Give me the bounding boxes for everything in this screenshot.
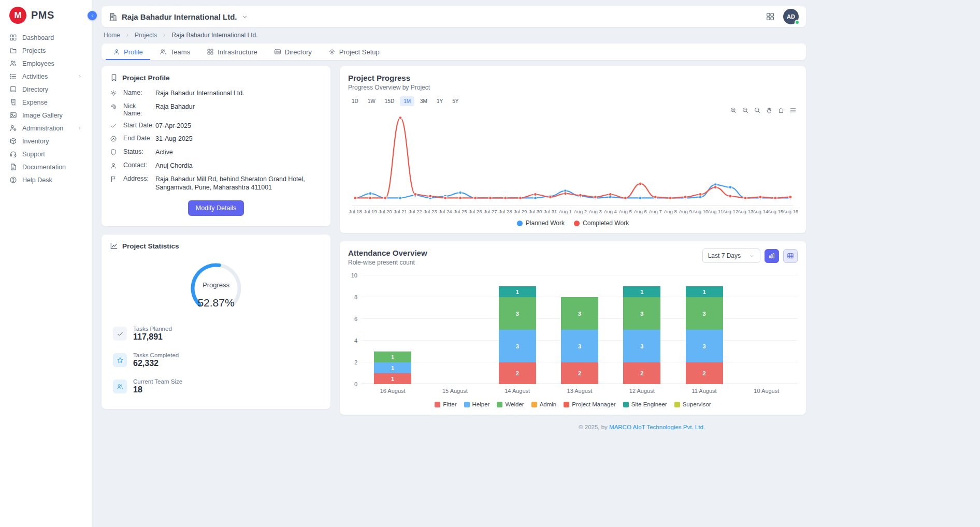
check-icon [117, 330, 124, 338]
field-value: 31-Aug-2025 [155, 135, 322, 143]
progress-line-chart: Jul 18Jul 19Jul 20Jul 21Jul 22Jul 23Jul … [348, 108, 798, 219]
svg-text:Aug 11: Aug 11 [708, 209, 723, 214]
tab-infrastructure[interactable]: Infrastructure [199, 43, 265, 60]
tab-label: Profile [124, 48, 143, 56]
legend-label: Fitter [443, 401, 456, 407]
range-button-1m[interactable]: 1M [400, 96, 414, 106]
modify-details-button[interactable]: Modify Details [188, 200, 244, 216]
field-label: Start Date: [123, 122, 155, 129]
bar-column-11-august: 2331 [673, 275, 735, 384]
field-label: Nick Name: [123, 103, 155, 117]
legend-item-site-engineer[interactable]: Site Engineer [623, 401, 667, 407]
sidebar-item-directory[interactable]: Directory [0, 83, 92, 96]
user-avatar[interactable]: AD [783, 9, 799, 24]
y-axis-label: 6 [354, 316, 357, 322]
users-icon-box [113, 379, 127, 393]
sidebar-item-inventory[interactable]: Inventory [0, 135, 92, 148]
field-label: Status: [123, 148, 155, 155]
legend-item-helper[interactable]: Helper [464, 401, 490, 407]
bar-segment-helper: 3 [561, 330, 598, 362]
statistics-rows: Tasks Planned117,891Tasks Completed62,33… [110, 320, 322, 400]
sidebar-item-administration[interactable]: Administration [0, 122, 92, 135]
range-button-5y[interactable]: 5Y [449, 96, 462, 106]
range-button-3m[interactable]: 3M [416, 96, 431, 106]
svg-text:Jul 30: Jul 30 [529, 209, 542, 214]
sidebar-item-activities[interactable]: Activities [0, 70, 92, 83]
footer-company-link[interactable]: MARCO AIoT Technologies Pvt. Ltd. [609, 424, 705, 430]
sidebar-item-image-gallery[interactable]: Image Gallery [0, 109, 92, 122]
attendance-header: Attendance Overview Role-wise present co… [348, 248, 798, 266]
menu-icon[interactable] [789, 107, 797, 114]
legend-item-project-manager[interactable]: Project Manager [564, 401, 615, 407]
y-axis-label: 4 [354, 338, 357, 344]
pan-icon[interactable] [766, 107, 773, 114]
card-title-row: Project Statistics [110, 242, 322, 250]
flag-icon [110, 175, 117, 183]
chart-view-toggle[interactable] [765, 249, 779, 263]
x-axis-label: 15 August [424, 388, 486, 394]
svg-text:Aug 5: Aug 5 [619, 209, 632, 214]
brand[interactable]: M PMS [0, 0, 92, 31]
range-button-15d[interactable]: 15D [381, 96, 398, 106]
legend-marker [574, 221, 580, 226]
project-statistics-card: Project Statistics Progress 52.87% Tasks… [102, 235, 330, 409]
legend-item-welder[interactable]: Welder [497, 401, 524, 407]
tab-directory[interactable]: Directory [267, 43, 319, 60]
brand-logo: M [9, 7, 26, 24]
folder-icon [9, 47, 17, 54]
svg-text:Jul 26: Jul 26 [469, 209, 482, 214]
apps-grid-icon[interactable] [766, 12, 775, 21]
range-selector: 1D1W15D1M3M1Y5Y [348, 96, 798, 106]
tab-label: Teams [170, 48, 190, 56]
date-range-value: Last 7 Days [708, 252, 741, 259]
help-icon [9, 176, 17, 184]
home-icon[interactable] [777, 107, 785, 114]
image-icon [9, 111, 17, 119]
project-profile-card: Project Profile Name:Raja Bahadur Intern… [102, 66, 330, 226]
sidebar-collapse-button[interactable] [88, 11, 97, 20]
doc-icon [9, 163, 17, 171]
range-button-1d[interactable]: 1D [348, 96, 362, 106]
table-view-toggle[interactable] [783, 249, 798, 263]
sidebar-item-label: Image Gallery [22, 112, 63, 119]
bar-plot-area: 111233123323312331 [362, 275, 798, 384]
sidebar-item-label: Projects [22, 47, 46, 54]
breadcrumb-item-projects[interactable]: Projects [135, 32, 157, 39]
check-icon [110, 122, 117, 129]
sidebar-item-documentation[interactable]: Documentation [0, 160, 92, 173]
x-axis-label: 10 August [736, 388, 798, 394]
sidebar-item-support[interactable]: Support [0, 148, 92, 160]
bar-segment-value: 2 [516, 370, 519, 376]
tab-profile[interactable]: Profile [106, 43, 150, 60]
legend-item-fitter[interactable]: Fitter [435, 401, 456, 407]
card-title: Project Statistics [122, 242, 179, 250]
legend-item-supervisor[interactable]: Supervisor [674, 401, 711, 407]
range-button-1y[interactable]: 1Y [433, 96, 446, 106]
breadcrumb-item-home[interactable]: Home [104, 32, 120, 39]
selection-zoom-icon[interactable] [754, 107, 761, 114]
tab-project-setup[interactable]: Project Setup [321, 43, 387, 60]
company-selector[interactable]: Raja Bahadur International Ltd. [109, 12, 248, 21]
sidebar-item-expense[interactable]: Expense [0, 96, 92, 109]
date-range-select[interactable]: Last 7 Days [702, 248, 760, 263]
bar-segment-site-engineer: 1 [686, 286, 723, 297]
bar-stack: 2331 [499, 286, 536, 384]
zoom-out-icon[interactable] [742, 107, 749, 114]
sidebar-item-dashboard[interactable]: Dashboard [0, 31, 92, 44]
sidebar-item-projects[interactable]: Projects [0, 44, 92, 57]
legend-item-planned-work[interactable]: Planned Work [517, 219, 565, 227]
legend-item-completed-work[interactable]: Completed Work [574, 219, 629, 227]
legend-item-admin[interactable]: Admin [531, 401, 557, 407]
bar-segment-welder: 1 [374, 352, 411, 362]
sidebar-item-employees[interactable]: Employees [0, 57, 92, 70]
bar-segment-value: 1 [516, 289, 519, 295]
copyright-text: © 2025, by [579, 424, 609, 430]
chart-line-icon [110, 242, 118, 250]
range-button-1w[interactable]: 1W [364, 96, 379, 106]
zoom-in-icon[interactable] [730, 107, 737, 114]
legend-marker [674, 402, 680, 407]
tab-teams[interactable]: Teams [152, 43, 197, 60]
sidebar-item-help-desk[interactable]: Help Desk [0, 173, 92, 186]
bar-segment-value: 3 [702, 343, 705, 349]
chevron-right-icon [77, 125, 82, 131]
